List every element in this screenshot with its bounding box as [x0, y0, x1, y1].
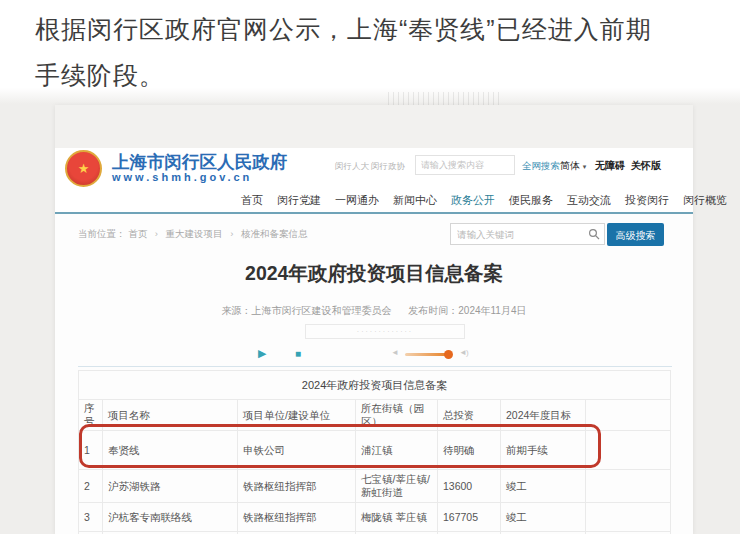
header-target: 2024年度目标 [501, 400, 586, 431]
nav-item-interaction[interactable]: 互动交流 [567, 193, 611, 208]
site-url: www.shmh.gov.cn [112, 171, 252, 183]
site-header: ★ 上海市闵行区人民政府 www.shmh.gov.cn 闵行人大 闵行政协 全… [55, 148, 693, 188]
header-search-input[interactable] [415, 155, 515, 175]
global-search-link[interactable]: 全网搜索 [522, 160, 560, 173]
breadcrumb-current: 核准和备案信息 [241, 228, 308, 239]
table-row: 3 沪杭客专南联络线 铁路枢纽指挥部 梅陇镇 莘庄镇 167705 竣工 [79, 503, 671, 532]
article-meta: 来源：上海市闵行区建设和管理委员会 发布时间：2024年11月4日 [55, 304, 693, 318]
breadcrumb-separator: › [230, 228, 233, 239]
play-icon[interactable]: ▶ [258, 345, 266, 361]
cell-empty [586, 503, 671, 532]
search-icon[interactable] [588, 228, 600, 240]
cell-town: 浦江镇 [356, 431, 438, 470]
header-empty [586, 400, 671, 431]
banner-band [55, 105, 693, 148]
header-investment: 总投资 [438, 400, 501, 431]
keyword-search-input[interactable] [450, 223, 605, 245]
table-row: 1 奉贤线 申铁公司 浦江镇 待明确 前期手续 [79, 431, 671, 470]
projects-table: 2024年政府投资项目信息备案 序号 项目名称 项目单位/建设单位 所在街镇（园… [78, 370, 671, 534]
header-no: 序号 [79, 400, 103, 431]
quick-link-zhengxie[interactable]: 闵行政协 [371, 161, 405, 173]
player-divider [78, 366, 672, 367]
care-mode-link[interactable]: 关怀版 [631, 159, 661, 173]
cell-no: 2 [79, 470, 103, 503]
national-emblem-icon: ★ [65, 150, 102, 187]
volume-slider[interactable] [405, 353, 450, 356]
cell-unit: 铁路枢纽指挥部 [238, 503, 356, 532]
nav-item-home[interactable]: 首页 [241, 193, 263, 208]
header-unit: 项目单位/建设单位 [238, 400, 356, 431]
stop-icon[interactable]: ■ [295, 346, 301, 362]
table-caption: 2024年政府投资项目信息备案 [79, 371, 671, 400]
article-intro: 根据闵行区政府官网公示，上海“奉贤线”已经进入前期 手续阶段。 [35, 6, 725, 98]
breadcrumb-separator: › [155, 228, 158, 239]
advanced-search-button[interactable]: 高级搜索 [607, 223, 664, 246]
nav-item-party[interactable]: 闵行党建 [277, 193, 321, 208]
cell-investment: 待明确 [438, 431, 501, 470]
language-select[interactable]: 简体 ▾ [560, 159, 586, 173]
meta-publish-time: 发布时间：2024年11月4日 [408, 305, 526, 316]
tts-caption: ············· [305, 324, 465, 339]
cell-unit: 申铁公司 [238, 431, 356, 470]
cell-investment: 13600 [438, 470, 501, 503]
cell-target: 前期手续 [501, 431, 586, 470]
cell-unit: 铁路枢纽指挥部 [238, 470, 356, 503]
cell-target: 竣工 [501, 470, 586, 503]
quick-link-renda[interactable]: 闵行人大 [335, 161, 369, 173]
chevron-down-icon: ▾ [583, 163, 587, 170]
cell-investment: 167705 [438, 503, 501, 532]
breadcrumb-prefix: 当前位置： [78, 228, 126, 239]
nav-item-convenience[interactable]: 便民服务 [509, 193, 553, 208]
cell-project-name: 奉贤线 [103, 431, 238, 470]
main-nav: 首页 闵行党建 一网通办 新闻中心 政务公开 便民服务 互动交流 投资闵行 闵行… [55, 188, 693, 214]
cell-project-name: 沪杭客专南联络线 [103, 503, 238, 532]
volume-icon: ◄) [459, 348, 468, 357]
accessibility-link[interactable]: 无障碍 [595, 159, 625, 173]
cell-town: 七宝镇/莘庄镇/新虹街道 [356, 470, 438, 503]
breadcrumb-link-home[interactable]: 首页 [128, 228, 147, 239]
nav-item-news[interactable]: 新闻中心 [393, 193, 437, 208]
cell-target: 竣工 [501, 503, 586, 532]
cell-empty [586, 470, 671, 503]
breadcrumb-link-projects[interactable]: 重大建设项目 [166, 228, 223, 239]
header-town: 所在街镇（园区） [356, 400, 438, 431]
article-line: 根据闵行区政府官网公示，上海“奉贤线”已经进入前期 [35, 6, 725, 52]
volume-handle[interactable] [444, 350, 453, 359]
cell-empty [586, 431, 671, 470]
cell-project-name: 沪苏湖铁路 [103, 470, 238, 503]
page-title: 2024年政府投资项目信息备案 [55, 260, 693, 287]
breadcrumb-row: 当前位置： 首页 › 重大建设项目 › 核准和备案信息 高级搜索 [55, 217, 693, 251]
meta-source: 来源：上海市闵行区建设和管理委员会 [222, 305, 392, 316]
nav-item-invest[interactable]: 投资闵行 [625, 193, 669, 208]
table-row: 2 沪苏湖铁路 铁路枢纽指挥部 七宝镇/莘庄镇/新虹街道 13600 竣工 [79, 470, 671, 503]
header-project-name: 项目名称 [103, 400, 238, 431]
cell-town: 梅陇镇 莘庄镇 [356, 503, 438, 532]
breadcrumb: 当前位置： 首页 › 重大建设项目 › 核准和备案信息 [78, 228, 308, 241]
website-screenshot: ★ 上海市闵行区人民政府 www.shmh.gov.cn 闵行人大 闵行政协 全… [0, 88, 740, 534]
nav-item-gov-info[interactable]: 政务公开 [451, 193, 495, 208]
nav-item-overview[interactable]: 闵行概览 [683, 193, 727, 208]
cell-no: 3 [79, 503, 103, 532]
language-label: 简体 [560, 160, 580, 171]
nav-item-services[interactable]: 一网通办 [335, 193, 379, 208]
speaker-icon: ◄ [391, 348, 399, 357]
cell-no: 1 [79, 431, 103, 470]
website-page: ★ 上海市闵行区人民政府 www.shmh.gov.cn 闵行人大 闵行政协 全… [55, 105, 693, 534]
